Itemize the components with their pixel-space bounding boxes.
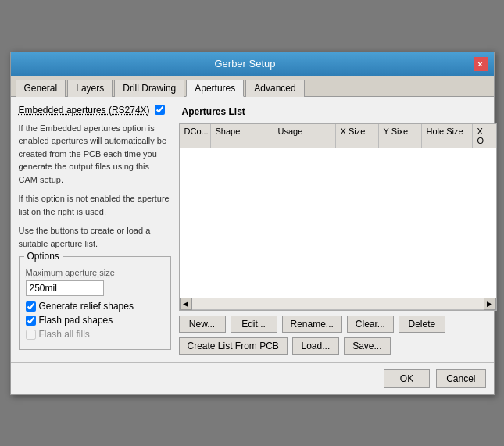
right-panel: Apertures List DCo... Shape Usage X Size…: [179, 105, 497, 355]
tab-bar: General Layers Drill Drawing Apertures A…: [11, 76, 494, 97]
scroll-track[interactable]: [192, 298, 484, 310]
col-dco: DCo...: [180, 124, 211, 148]
flash-pad-checkbox[interactable]: [26, 316, 36, 326]
tab-apertures[interactable]: Apertures: [186, 80, 244, 97]
load-button[interactable]: Load...: [292, 337, 339, 355]
relief-shapes-row: Generate relief shapes: [26, 301, 164, 312]
max-aperture-input[interactable]: [26, 280, 104, 296]
options-box: Options Maximum aperture size Generate r…: [19, 256, 171, 350]
col-xo: X O: [473, 124, 496, 148]
description-1: If the Embedded apertures option is enab…: [19, 122, 171, 187]
table-body: [180, 148, 496, 298]
titlebar: Gerber Setup ×: [11, 52, 494, 76]
tab-layers[interactable]: Layers: [67, 80, 113, 97]
col-shape: Shape: [211, 124, 273, 148]
cancel-button[interactable]: Cancel: [436, 369, 485, 388]
ok-button[interactable]: OK: [384, 369, 430, 388]
flash-pad-row: Flash pad shapes: [26, 315, 164, 326]
options-content: Maximum aperture size Generate relief sh…: [26, 268, 164, 340]
table-header: DCo... Shape Usage X Size Y Sixe Hole Si…: [180, 124, 496, 148]
bottom-bar: OK Cancel: [11, 362, 494, 394]
embedded-row: Embedded apertures (RS274X): [19, 105, 171, 116]
description-3: Use the buttons to create or load a suit…: [19, 224, 171, 250]
horizontal-scrollbar[interactable]: ◀ ▶: [180, 298, 496, 310]
col-xsize: X Size: [336, 124, 379, 148]
col-hole: Hole Size: [422, 124, 473, 148]
left-panel: Embedded apertures (RS274X) If the Embed…: [19, 105, 171, 355]
flash-fills-checkbox[interactable]: [26, 330, 36, 340]
delete-button[interactable]: Delete: [399, 316, 445, 333]
options-legend: Options: [24, 251, 63, 262]
create-list-button[interactable]: Create List From PCB: [179, 337, 288, 355]
embedded-label: Embedded apertures (RS274X): [19, 105, 150, 116]
close-button[interactable]: ×: [474, 57, 488, 71]
flash-fills-row: Flash all fills: [26, 329, 164, 340]
new-button[interactable]: New...: [179, 316, 226, 333]
tab-general[interactable]: General: [16, 80, 66, 97]
clear-button[interactable]: Clear...: [347, 316, 394, 333]
action-buttons-row2: Create List From PCB Load... Save...: [179, 337, 497, 355]
dialog: Gerber Setup × General Layers Drill Draw…: [10, 52, 495, 395]
action-buttons-row1: New... Edit... Rename... Clear... Delete: [179, 316, 497, 333]
rename-button[interactable]: Rename...: [282, 316, 342, 333]
relief-shapes-label: Generate relief shapes: [39, 301, 134, 312]
flash-fills-label: Flash all fills: [39, 329, 90, 340]
flash-pad-label: Flash pad shapes: [39, 315, 113, 326]
col-usage: Usage: [273, 124, 336, 148]
main-content: Embedded apertures (RS274X) If the Embed…: [11, 97, 494, 362]
relief-shapes-checkbox[interactable]: [26, 301, 36, 312]
tab-advanced[interactable]: Advanced: [245, 80, 304, 97]
apertures-list-label: Apertures List: [179, 105, 497, 119]
edit-button[interactable]: Edit...: [231, 316, 277, 333]
apertures-list-table: DCo... Shape Usage X Size Y Sixe Hole Si…: [179, 123, 497, 311]
embedded-checkbox[interactable]: [155, 105, 165, 115]
scroll-right-arrow[interactable]: ▶: [484, 298, 496, 310]
col-ysize: Y Sixe: [379, 124, 422, 148]
scroll-left-arrow[interactable]: ◀: [180, 298, 192, 310]
tab-drill-drawing[interactable]: Drill Drawing: [114, 80, 184, 97]
dialog-title: Gerber Setup: [17, 58, 474, 70]
description-2: If this option is not enabled the apertu…: [19, 192, 171, 218]
save-button[interactable]: Save...: [344, 337, 391, 355]
max-aperture-label: Maximum aperture size: [26, 268, 164, 277]
